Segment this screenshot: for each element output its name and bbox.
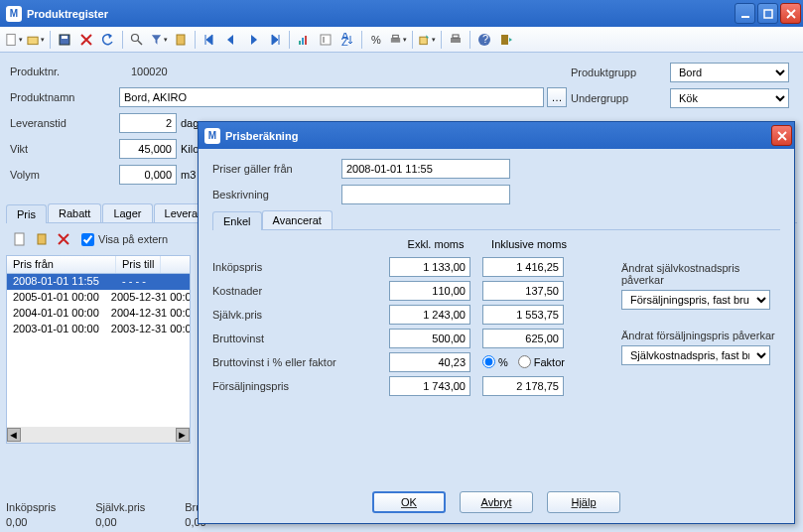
svg-rect-16 xyxy=(393,35,399,38)
col-exkl-moms: Exkl. moms xyxy=(389,238,482,250)
price-col-from: Pris från xyxy=(7,256,116,273)
tab-lager[interactable]: Lager xyxy=(102,203,152,222)
produktgrupp-select[interactable]: Bord xyxy=(670,63,789,82)
tab-pris[interactable]: Pris xyxy=(6,204,47,223)
svg-rect-10 xyxy=(305,36,307,45)
last-button[interactable] xyxy=(265,30,285,50)
svg-rect-22 xyxy=(501,35,508,45)
open-button[interactable] xyxy=(26,30,46,50)
kostnader-label: Kostnader xyxy=(212,285,389,297)
new-button[interactable] xyxy=(4,30,24,50)
svg-text:%: % xyxy=(371,34,381,46)
print2-button[interactable] xyxy=(446,30,466,50)
svg-rect-17 xyxy=(420,37,427,44)
hjalp-button[interactable]: Hjälp xyxy=(547,491,620,513)
undo-button[interactable] xyxy=(98,30,118,50)
svg-rect-23 xyxy=(15,233,24,245)
bruttovinst-pct-input[interactable] xyxy=(389,352,470,372)
app-icon: M xyxy=(6,6,22,22)
svg-rect-15 xyxy=(391,38,400,43)
produktnamn-label: Produktnamn xyxy=(10,91,119,103)
print-button[interactable] xyxy=(388,30,408,50)
price-delete-button[interactable] xyxy=(54,229,73,249)
price-row[interactable]: 2005-01-01 00:002005-12-31 00:00 xyxy=(7,290,190,306)
produktnamn-input[interactable] xyxy=(119,87,544,107)
summary-row: Inköpspris0,00 Självk.pris0,00 Bruttovi0… xyxy=(6,501,222,528)
settings-button[interactable] xyxy=(171,30,191,50)
svg-rect-5 xyxy=(62,36,67,39)
sjalvkpris-ex-input[interactable] xyxy=(389,305,470,325)
save-button[interactable] xyxy=(55,30,74,50)
maximize-button[interactable] xyxy=(757,3,778,24)
dtab-enkel[interactable]: Enkel xyxy=(212,211,262,230)
percent-button[interactable]: % xyxy=(366,30,386,50)
search-button[interactable] xyxy=(127,30,147,50)
kostnader-ex-input[interactable] xyxy=(389,281,470,301)
ok-button[interactable]: OK xyxy=(372,491,446,513)
inkopspris-in-input[interactable] xyxy=(482,257,564,277)
svg-rect-3 xyxy=(28,37,38,44)
svg-rect-11 xyxy=(321,35,331,45)
dialog-titlebar: M Prisberäkning xyxy=(199,122,794,149)
next-button[interactable] xyxy=(243,30,263,50)
forsaljningspris-ex-input[interactable] xyxy=(389,376,470,396)
summary-inkopspris: 0,00 xyxy=(6,516,56,528)
radio-faktor[interactable]: Faktor xyxy=(518,355,565,368)
price-new-button[interactable] xyxy=(10,229,30,249)
svg-rect-2 xyxy=(7,34,15,45)
summary-sjalvkpris-label: Självk.pris xyxy=(95,501,145,513)
summary-inkopspris-label: Inköpspris xyxy=(6,501,56,513)
price-list[interactable]: Pris från Pris till 2008-01-01 11:55- - … xyxy=(6,255,191,444)
price-row[interactable]: 2008-01-01 11:55- - - - xyxy=(7,274,190,290)
volym-input[interactable] xyxy=(119,165,177,185)
bruttovinst-pct-label: Bruttovinst i % eller faktor xyxy=(212,356,389,368)
vikt-input[interactable] xyxy=(119,139,177,159)
inkopspris-ex-input[interactable] xyxy=(389,257,470,277)
dtab-avancerat[interactable]: Avancerat xyxy=(262,210,333,229)
bruttovinst-label: Bruttovinst xyxy=(212,332,389,344)
sjalvkpris-label: Självk.pris xyxy=(212,309,389,321)
main-toolbar: AZ % ? xyxy=(0,27,803,53)
price-list-scrollbar[interactable]: ◄► xyxy=(7,427,190,443)
undergrupp-select[interactable]: Kök xyxy=(670,88,789,108)
beskrivning-input[interactable] xyxy=(341,185,510,204)
sjalvkpris-in-input[interactable] xyxy=(482,305,564,325)
dialog-icon: M xyxy=(204,128,220,144)
minimize-button[interactable] xyxy=(735,3,755,24)
tab-rabatt[interactable]: Rabatt xyxy=(48,203,101,222)
produktgrupp-label: Produktgrupp xyxy=(571,66,670,78)
export-button[interactable] xyxy=(417,30,437,50)
kostnader-in-input[interactable] xyxy=(482,281,564,301)
forsaljningspris-in-input[interactable] xyxy=(482,376,564,396)
exit-button[interactable] xyxy=(496,30,516,50)
bruttovinst-ex-input[interactable] xyxy=(389,329,470,348)
volym-label: Volym xyxy=(10,169,119,181)
price-row[interactable]: 2004-01-01 00:002004-12-31 00:00 xyxy=(7,306,190,322)
andrat-fors-select[interactable]: Självkostnadspris, fast bru xyxy=(621,345,770,365)
close-button[interactable] xyxy=(780,3,801,24)
visa-extern-checkbox[interactable]: Visa på extern xyxy=(81,233,168,246)
andrat-sjalv-select[interactable]: Försäljningspris, fast bruttc xyxy=(621,290,770,310)
leveranstid-label: Leveranstid xyxy=(10,117,119,129)
svg-text:?: ? xyxy=(482,33,488,45)
filter-button[interactable] xyxy=(149,30,169,50)
leveranstid-input[interactable] xyxy=(119,113,177,133)
tasks-button[interactable] xyxy=(316,30,335,50)
priser-fran-input[interactable] xyxy=(341,159,510,179)
produktnamn-lookup-button[interactable]: … xyxy=(547,87,567,107)
summary-sjalvkpris: 0,00 xyxy=(95,516,145,528)
prev-button[interactable] xyxy=(221,30,241,50)
first-button[interactable] xyxy=(200,30,219,50)
undergrupp-label: Undergrupp xyxy=(571,92,670,104)
delete-button[interactable] xyxy=(76,30,96,50)
sort-button[interactable]: AZ xyxy=(337,30,357,50)
help-button[interactable]: ? xyxy=(474,30,494,50)
price-edit-button[interactable] xyxy=(32,229,52,249)
radio-percent[interactable]: % xyxy=(482,355,508,368)
chart-button[interactable] xyxy=(294,30,314,50)
price-row[interactable]: 2003-01-01 00:002003-12-31 00:00 xyxy=(7,322,190,337)
dialog-close-button[interactable] xyxy=(771,125,792,146)
svg-rect-0 xyxy=(741,16,749,18)
avbryt-button[interactable]: Avbryt xyxy=(460,491,533,513)
bruttovinst-in-input[interactable] xyxy=(482,329,564,348)
